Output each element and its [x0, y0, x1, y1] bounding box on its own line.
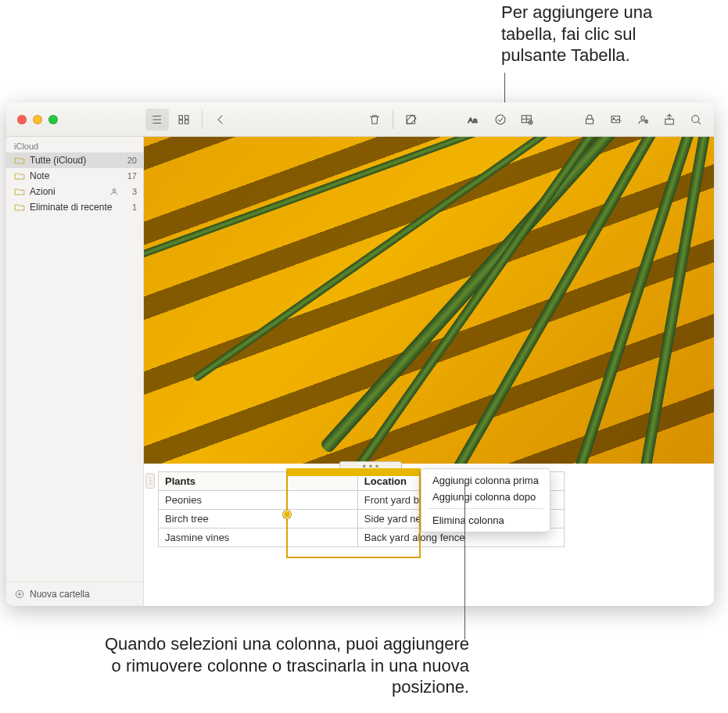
share-icon[interactable]: [658, 109, 681, 131]
new-folder-button[interactable]: Nuova cartella: [6, 582, 143, 606]
svg-point-6: [496, 115, 505, 124]
column-handle[interactable]: • • •: [339, 461, 402, 471]
svg-text:Aa: Aa: [468, 115, 479, 124]
lock-icon[interactable]: [578, 109, 601, 131]
folder-icon: [14, 188, 25, 196]
callout-table-button: Per aggiungere una tabella, fai clic sul…: [501, 2, 705, 66]
table-insert-icon[interactable]: [515, 109, 539, 131]
sidebar-item-label: Eliminate di recente: [30, 202, 120, 213]
table-cell[interactable]: Jasmine vines: [159, 528, 358, 547]
folder-icon: [14, 203, 25, 212]
new-folder-label: Nuova cartella: [30, 589, 90, 600]
search-icon[interactable]: [684, 109, 708, 131]
sidebar-item-count: 1: [124, 202, 137, 212]
text-format-icon[interactable]: Aa: [462, 109, 486, 131]
sidebar-item-count: 20: [124, 156, 137, 165]
minimize-window-button[interactable]: [33, 115, 42, 124]
sidebar-item-label: Azioni: [30, 186, 104, 197]
svg-rect-3: [185, 120, 189, 124]
callout-column-select: Quando selezioni una colonna, puoi aggiu…: [94, 633, 469, 698]
shared-icon: [109, 186, 120, 197]
trash-icon[interactable]: [363, 109, 386, 131]
sidebar-item-recently-deleted[interactable]: Eliminate di recente 1: [6, 199, 143, 215]
sidebar: iCloud Tutte (iCloud) 20 Note 17 Az: [6, 137, 144, 606]
callout-line: [464, 483, 465, 640]
svg-point-12: [641, 116, 645, 120]
svg-rect-1: [185, 115, 189, 119]
collaborate-icon[interactable]: [631, 109, 654, 131]
sidebar-item-all-icloud[interactable]: Tutte (iCloud) 20: [6, 152, 143, 168]
folder-icon: [14, 172, 25, 181]
sidebar-item-label: Note: [30, 170, 120, 181]
list-view-icon[interactable]: [145, 109, 169, 131]
back-icon[interactable]: [209, 109, 232, 131]
table-header-plants[interactable]: Plants: [159, 472, 358, 491]
toolbar: Aa: [6, 102, 714, 137]
table-cell[interactable]: Peonies: [159, 491, 358, 510]
checklist-icon[interactable]: [489, 109, 512, 131]
row-handle[interactable]: [145, 473, 155, 489]
note-content: • • • Plants Location Peonies Front yard…: [144, 137, 714, 606]
notes-window: Aa iCloud: [6, 102, 714, 606]
window-controls: [6, 115, 69, 124]
close-window-button[interactable]: [17, 115, 27, 124]
menu-add-column-after[interactable]: Aggiungi colonna dopo: [421, 489, 550, 505]
svg-rect-0: [179, 115, 183, 119]
menu-delete-column[interactable]: Elimina colonna: [421, 512, 550, 528]
note-image: [144, 137, 714, 464]
menu-divider: [428, 508, 543, 509]
folder-icon: [14, 156, 25, 165]
zoom-window-button[interactable]: [48, 115, 58, 124]
sidebar-item-actions[interactable]: Azioni 3: [6, 184, 143, 199]
media-icon[interactable]: [604, 109, 628, 131]
column-resize-knob[interactable]: [283, 511, 291, 518]
gallery-view-icon[interactable]: [172, 109, 195, 131]
svg-rect-2: [179, 120, 183, 124]
sidebar-section-heading: iCloud: [6, 137, 143, 152]
sidebar-item-count: 17: [124, 171, 137, 181]
compose-icon[interactable]: [400, 109, 423, 131]
plus-circle-icon: [14, 589, 25, 600]
sidebar-item-count: 3: [124, 187, 137, 196]
sidebar-item-label: Tutte (iCloud): [30, 155, 120, 166]
table-cell[interactable]: Birch tree: [159, 510, 358, 528]
column-context-menu: Aggiungi colonna prima Aggiungi colonna …: [421, 468, 550, 532]
view-mode-group: [144, 109, 197, 131]
menu-add-column-before[interactable]: Aggiungi colonna prima: [421, 472, 550, 489]
sidebar-item-notes[interactable]: Note 17: [6, 168, 143, 184]
svg-point-16: [113, 189, 116, 192]
svg-rect-9: [586, 119, 594, 124]
svg-point-15: [692, 115, 699, 122]
